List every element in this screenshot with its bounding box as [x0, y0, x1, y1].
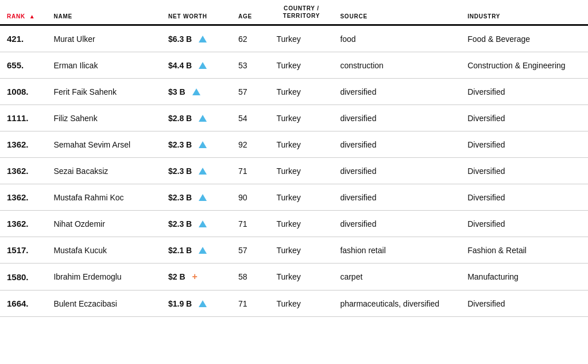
age-cell: 90 [231, 184, 270, 211]
net-worth-cell: $2.3 B [161, 211, 231, 237]
source-cell: fashion retail [333, 237, 461, 264]
net-worth-value: $2.3 B [168, 166, 192, 176]
trend-up-icon [199, 247, 207, 254]
source-column-header[interactable]: SOURCE [333, 0, 461, 25]
rank-column-header[interactable]: RANK ▲ [0, 0, 47, 25]
net-worth-cell: $1.9 B [161, 291, 231, 317]
net-worth-value: $2.3 B [168, 219, 192, 229]
rank-sort-icon: ▲ [29, 13, 36, 20]
billionaires-table: RANK ▲ NAME NET WORTH AGE COUNTRY / TERR… [0, 0, 588, 317]
age-cell: 71 [231, 158, 270, 184]
age-cell: 71 [231, 291, 270, 317]
name-cell[interactable]: Nihat Ozdemir [47, 211, 161, 237]
trend-up-icon [199, 115, 207, 122]
trend-up-icon [199, 62, 207, 69]
industry-cell: Diversified [461, 184, 588, 211]
name-cell[interactable]: Ibrahim Erdemoglu [47, 264, 161, 291]
industry-column-header[interactable]: INDUSTRY [461, 0, 588, 25]
table-row: 421.Murat Ulker$6.3 B62TurkeyfoodFood & … [0, 25, 588, 52]
rank-cell: 1664. [0, 291, 47, 317]
rank-cell: 655. [0, 52, 47, 79]
country-column-header[interactable]: COUNTRY / TERRITORY [270, 0, 334, 25]
industry-cell: Diversified [461, 211, 588, 237]
industry-cell: Food & Beverage [461, 25, 588, 52]
country-cell: Turkey [270, 211, 334, 237]
name-cell[interactable]: Murat Ulker [47, 25, 161, 52]
net-worth-value: $2 B [168, 272, 185, 281]
net-worth-cell: $2.3 B [161, 131, 231, 158]
age-cell: 71 [231, 211, 270, 237]
industry-cell: Diversified [461, 79, 588, 105]
industry-cell: Fashion & Retail [461, 237, 588, 264]
country-cell: Turkey [270, 184, 334, 211]
net-worth-cell: $2.3 B [161, 184, 231, 211]
table-row: 1362.Sezai Bacaksiz$2.3 B71Turkeydiversi… [0, 158, 588, 184]
age-cell: 92 [231, 131, 270, 158]
net-worth-value: $2.3 B [168, 140, 192, 149]
name-cell[interactable]: Erman Ilicak [47, 52, 161, 79]
age-cell: 58 [231, 264, 270, 291]
industry-cell: Diversified [461, 131, 588, 158]
industry-cell: Diversified [461, 158, 588, 184]
net-worth-value: $1.9 B [168, 299, 192, 308]
name-cell[interactable]: Filiz Sahenk [47, 105, 161, 131]
net-worth-cell: $2.8 B [161, 105, 231, 131]
net-worth-value: $2.1 B [168, 246, 192, 255]
industry-cell: Construction & Engineering [461, 52, 588, 79]
age-cell: 62 [231, 25, 270, 52]
trend-up-icon [199, 36, 207, 42]
trend-up-icon [199, 194, 207, 201]
trend-up-icon [199, 168, 207, 175]
net-worth-cell: $2.1 B [161, 237, 231, 264]
source-cell: pharmaceuticals, diversified [333, 291, 461, 317]
net-worth-column-header[interactable]: NET WORTH [161, 0, 231, 25]
age-cell: 57 [231, 79, 270, 105]
country-cell: Turkey [270, 105, 334, 131]
country-cell: Turkey [270, 158, 334, 184]
table-row: 1362.Mustafa Rahmi Koc$2.3 B90Turkeydive… [0, 184, 588, 211]
table-row: 1362.Semahat Sevim Arsel$2.3 B92Turkeydi… [0, 131, 588, 158]
rank-cell: 1111. [0, 105, 47, 131]
name-cell[interactable]: Mustafa Rahmi Koc [47, 184, 161, 211]
net-worth-value: $4.4 B [168, 61, 192, 70]
source-cell: diversified [333, 184, 461, 211]
name-cell[interactable]: Sezai Bacaksiz [47, 158, 161, 184]
name-column-header[interactable]: NAME [47, 0, 161, 25]
name-cell[interactable]: Bulent Eczacibasi [47, 291, 161, 317]
table-header-row: RANK ▲ NAME NET WORTH AGE COUNTRY / TERR… [0, 0, 588, 25]
trend-up-icon [192, 88, 200, 95]
net-worth-cell: $4.4 B [161, 52, 231, 79]
table-row: 1664.Bulent Eczacibasi$1.9 B71Turkeyphar… [0, 291, 588, 317]
source-cell: food [333, 25, 461, 52]
net-worth-cell: $6.3 B [161, 25, 231, 52]
net-worth-value: $6.3 B [168, 34, 192, 44]
table-row: 1580.Ibrahim Erdemoglu$2 B+58Turkeycarpe… [0, 264, 588, 291]
table-row: 1362.Nihat Ozdemir$2.3 B71Turkeydiversif… [0, 211, 588, 237]
net-worth-value: $3 B [168, 87, 185, 96]
net-worth-value: $2.3 B [168, 193, 192, 202]
country-cell: Turkey [270, 291, 334, 317]
name-cell[interactable]: Ferit Faik Sahenk [47, 79, 161, 105]
trend-cross-icon: + [192, 272, 198, 282]
age-column-header[interactable]: AGE [231, 0, 270, 25]
rank-cell: 421. [0, 25, 47, 52]
rank-cell: 1008. [0, 79, 47, 105]
trend-up-icon [199, 300, 207, 307]
name-cell[interactable]: Semahat Sevim Arsel [47, 131, 161, 158]
industry-cell: Diversified [461, 105, 588, 131]
industry-cell: Manufacturing [461, 264, 588, 291]
rank-cell: 1362. [0, 131, 47, 158]
country-cell: Turkey [270, 25, 334, 52]
trend-up-icon [199, 141, 207, 148]
net-worth-cell: $3 B [161, 79, 231, 105]
table-row: 655.Erman Ilicak$4.4 B53Turkeyconstructi… [0, 52, 588, 79]
name-cell[interactable]: Mustafa Kucuk [47, 237, 161, 264]
age-cell: 57 [231, 237, 270, 264]
country-cell: Turkey [270, 237, 334, 264]
source-cell: construction [333, 52, 461, 79]
rank-cell: 1517. [0, 237, 47, 264]
country-cell: Turkey [270, 79, 334, 105]
age-cell: 53 [231, 52, 270, 79]
source-cell: diversified [333, 79, 461, 105]
rank-cell: 1362. [0, 158, 47, 184]
